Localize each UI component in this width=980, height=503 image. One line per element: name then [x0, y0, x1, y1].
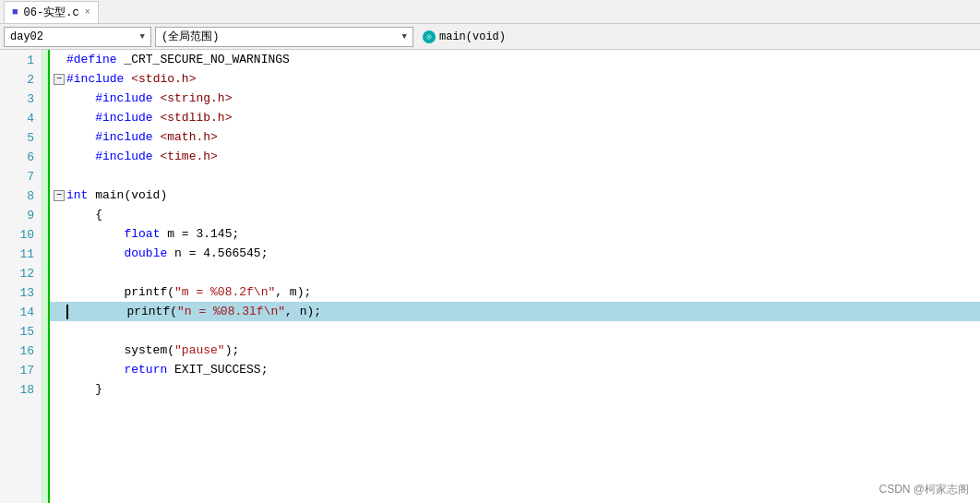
- code-line: return EXIT_SUCCESS;: [50, 360, 980, 379]
- dropdown2-arrow: ▼: [402, 32, 407, 42]
- code-token-inc: <time.h>: [160, 147, 217, 166]
- line-number: 16: [0, 341, 42, 360]
- line-number: 7: [0, 166, 42, 186]
- code-token-plain: system(: [66, 341, 174, 360]
- line-number: 8: [0, 186, 42, 205]
- code-token-plain: m = 3.145;: [160, 224, 239, 244]
- code-token-plain: , m);: [275, 282, 311, 302]
- code-token-plain: [66, 360, 124, 379]
- code-token-plain: EXIT_SUCCESS;: [167, 360, 268, 379]
- code-token-pp: #include: [95, 147, 152, 166]
- code-token-plain: printf(: [69, 302, 177, 321]
- scope-dropdown-2[interactable]: (全局范围) ▼: [155, 27, 413, 47]
- code-token-kw: double: [124, 244, 167, 263]
- code-token-plain: [66, 127, 95, 147]
- line-number: 13: [0, 282, 42, 302]
- line-number: 18: [0, 379, 42, 399]
- line-number: 14: [0, 302, 42, 321]
- file-tab[interactable]: ■ 06-实型.c ×: [4, 1, 99, 23]
- code-token-pp: #include: [95, 108, 152, 127]
- scope-label-1: day02: [10, 30, 43, 43]
- code-token-plain: [153, 89, 161, 108]
- code-token-str: "m = %08.2f\n": [174, 282, 275, 302]
- code-token-plain: {: [66, 205, 102, 224]
- code-token-pp: #include: [95, 127, 152, 147]
- code-token-pp: #include: [66, 69, 124, 89]
- code-line: }: [50, 379, 980, 399]
- code-token-inc: <stdio.h>: [131, 69, 196, 89]
- line-number: 17: [0, 360, 42, 379]
- line-number: 2: [0, 69, 42, 89]
- scope-label-3: main(void): [439, 30, 506, 43]
- code-token-str: "n = %08.3lf\n": [177, 302, 285, 321]
- code-token-inc: <math.h>: [160, 127, 217, 147]
- line-number: 3: [0, 89, 42, 108]
- line-number: 4: [0, 108, 42, 127]
- code-token-inc: <stdlib.h>: [160, 108, 232, 127]
- line-number: 6: [0, 147, 42, 166]
- code-token-plain: , n);: [285, 302, 321, 321]
- code-token-plain: [153, 108, 161, 127]
- line-numbers: 123456789101112131415161718: [0, 50, 42, 503]
- scope-dropdown-3: ◎ main(void): [417, 27, 511, 47]
- code-token-pp: #define: [66, 50, 117, 69]
- tab-bar: ■ 06-实型.c ×: [0, 0, 980, 24]
- scope-label-2: (全局范围): [161, 29, 219, 44]
- code-line: float m = 3.145;: [50, 224, 980, 244]
- file-tab-icon: ■: [12, 6, 18, 18]
- dropdown1-arrow: ▼: [140, 32, 145, 42]
- code-token-plain: );: [225, 341, 240, 360]
- code-line: −#include <stdio.h>: [50, 69, 980, 89]
- line-number: 10: [0, 224, 42, 244]
- line-number: 1: [0, 50, 42, 69]
- file-tab-label: 06-实型.c: [24, 5, 79, 20]
- code-line: {: [50, 205, 980, 224]
- line-number: 11: [0, 244, 42, 263]
- line-number: 15: [0, 321, 42, 341]
- text-cursor: [66, 305, 68, 319]
- scope-dropdown-1[interactable]: day02 ▼: [4, 27, 151, 47]
- watermark: CSDN @柯家志阁: [878, 482, 969, 497]
- code-token-plain: [66, 89, 95, 108]
- code-token-plain: _CRT_SECURE_NO_WARNINGS: [117, 50, 290, 69]
- code-line: #include <stdlib.h>: [50, 108, 980, 127]
- code-token-pp: #include: [95, 89, 152, 108]
- code-token-plain: main(void): [88, 186, 167, 205]
- tab-close-icon[interactable]: ×: [85, 7, 90, 18]
- code-line: #include <time.h>: [50, 147, 980, 166]
- collapse-button[interactable]: −: [54, 190, 65, 201]
- code-token-kw: return: [124, 360, 167, 379]
- code-line: #include <string.h>: [50, 89, 980, 108]
- line-number: 5: [0, 127, 42, 147]
- code-token-plain: [124, 69, 131, 89]
- nav-bar: day02 ▼ (全局范围) ▼ ◎ main(void): [0, 24, 980, 50]
- code-line: −int main(void): [50, 186, 980, 205]
- code-token-plain: [153, 147, 161, 166]
- code-line: double n = 4.566545;: [50, 244, 980, 263]
- code-token-plain: [66, 108, 95, 127]
- code-token-plain: }: [66, 379, 102, 399]
- code-line: #define _CRT_SECURE_NO_WARNINGS: [50, 50, 980, 69]
- line-number: 12: [0, 263, 42, 282]
- code-token-plain: printf(: [66, 282, 174, 302]
- code-line: system("pause");: [50, 341, 980, 360]
- code-token-plain: [153, 127, 161, 147]
- code-line: [50, 263, 980, 282]
- code-token-plain: [66, 224, 124, 244]
- code-token-str: "pause": [174, 341, 225, 360]
- code-token-plain: [66, 244, 124, 263]
- code-line: #include <math.h>: [50, 127, 980, 147]
- code-token-plain: [66, 147, 95, 166]
- code-token-inc: <string.h>: [160, 89, 232, 108]
- code-line: [50, 321, 980, 341]
- line-number: 9: [0, 205, 42, 224]
- code-line: [50, 166, 980, 186]
- code-line: printf("n = %08.3lf\n", n);: [50, 302, 980, 321]
- code-area: 123456789101112131415161718 #define _CRT…: [0, 50, 980, 503]
- code-token-plain: n = 4.566545;: [167, 244, 268, 263]
- code-content[interactable]: #define _CRT_SECURE_NO_WARNINGS−#include…: [50, 50, 980, 503]
- code-line: printf("m = %08.2f\n", m);: [50, 282, 980, 302]
- code-token-kw: int: [66, 186, 88, 205]
- collapse-button[interactable]: −: [54, 74, 65, 85]
- nav-circle-icon: ◎: [423, 30, 436, 43]
